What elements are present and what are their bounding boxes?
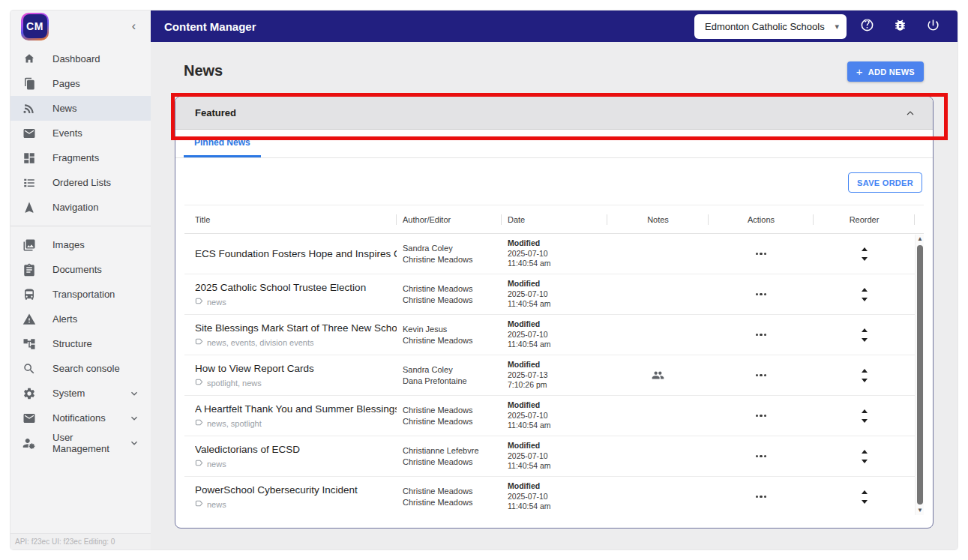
editor-name: Christine Meadows bbox=[403, 295, 502, 306]
sidebar-item-label: Transportation bbox=[52, 289, 115, 300]
tab-pinned-news[interactable]: Pinned News bbox=[184, 130, 261, 157]
row-actions-button[interactable] bbox=[751, 410, 772, 421]
news-title-link[interactable]: PowerSchool Cybersecurity Incident bbox=[195, 484, 397, 496]
table-toolbar: SAVE ORDER bbox=[175, 158, 933, 205]
tree-icon bbox=[22, 337, 36, 351]
news-tags: spotlight, news bbox=[195, 378, 397, 388]
tag-list: spotlight, news bbox=[207, 379, 262, 388]
tag-icon bbox=[195, 378, 203, 388]
featured-card: Featured Pinned News SAVE ORDER Title Au… bbox=[175, 96, 934, 529]
move-up-button[interactable] bbox=[856, 406, 874, 416]
app-window: CM ‹ DashboardPagesNewsEventsFragmentsOr… bbox=[10, 10, 958, 550]
sidebar-collapse-button[interactable]: ‹ bbox=[127, 18, 140, 34]
sidebar-item-navigation[interactable]: Navigation bbox=[10, 195, 151, 220]
sidebar-item-label: Dashboard bbox=[52, 53, 100, 64]
sidebar-item-fragments[interactable]: Fragments bbox=[10, 145, 151, 170]
sidebar-item-label: Fragments bbox=[52, 152, 99, 163]
arrow-up-icon bbox=[862, 450, 868, 454]
news-tags: news bbox=[195, 297, 397, 307]
save-order-button[interactable]: SAVE ORDER bbox=[848, 172, 922, 193]
sidebar-item-events[interactable]: Events bbox=[10, 121, 151, 145]
arrow-down-icon bbox=[862, 257, 868, 261]
sidebar-item-dashboard[interactable]: Dashboard bbox=[10, 46, 151, 71]
row-actions-button[interactable] bbox=[751, 451, 772, 462]
topbar: Content Manager Edmonton Catholic School… bbox=[151, 10, 958, 42]
sidebar-item-structure[interactable]: Structure bbox=[10, 331, 151, 356]
editor-name: Christine Meadows bbox=[403, 457, 502, 468]
group-icon bbox=[652, 369, 664, 382]
sidebar-item-user-management[interactable]: User Management bbox=[10, 430, 151, 455]
move-up-button[interactable] bbox=[856, 325, 874, 335]
add-news-button[interactable]: + ADD NEWS bbox=[847, 61, 924, 82]
news-title-link[interactable]: Valedictorians of ECSD bbox=[195, 444, 397, 455]
sidebar: CM ‹ DashboardPagesNewsEventsFragmentsOr… bbox=[10, 10, 151, 550]
move-up-button[interactable] bbox=[856, 447, 874, 457]
sidebar-item-documents[interactable]: Documents bbox=[10, 257, 151, 282]
move-down-button[interactable] bbox=[856, 497, 874, 507]
tag-list: news bbox=[207, 298, 226, 307]
news-title-link[interactable]: A Heartfelt Thank You and Summer Blessin… bbox=[195, 403, 397, 415]
table-row: Valedictorians of ECSDnewsChristianne Le… bbox=[184, 436, 924, 476]
author-name: Christine Meadows bbox=[403, 283, 502, 295]
row-actions-button[interactable] bbox=[751, 289, 772, 300]
sidebar-item-system[interactable]: System bbox=[10, 381, 151, 406]
row-actions-button[interactable] bbox=[751, 370, 772, 381]
modified-time: 11:40:54 am bbox=[508, 421, 607, 431]
scrollbar-up-arrow[interactable]: ▲ bbox=[916, 235, 925, 244]
column-header-reorder: Reorder bbox=[814, 214, 915, 226]
clipboard-icon bbox=[22, 263, 36, 277]
featured-accordion-header[interactable]: Featured bbox=[175, 97, 933, 130]
row-actions-button[interactable] bbox=[751, 491, 772, 502]
sidebar-item-search-console[interactable]: Search console bbox=[10, 356, 151, 381]
help-button[interactable] bbox=[854, 13, 880, 39]
sidebar-item-alerts[interactable]: Alerts bbox=[10, 307, 151, 331]
sidebar-item-pages[interactable]: Pages bbox=[10, 71, 151, 96]
sidebar-item-notifications[interactable]: Notifications bbox=[10, 406, 151, 430]
move-down-button[interactable] bbox=[856, 254, 874, 264]
sidebar-item-transportation[interactable]: Transportation bbox=[10, 282, 151, 307]
move-up-button[interactable] bbox=[856, 244, 874, 254]
row-actions-button[interactable] bbox=[751, 329, 772, 340]
scrollbar-thumb[interactable] bbox=[917, 245, 923, 505]
move-down-button[interactable] bbox=[856, 457, 874, 466]
news-tags: news, spotlight bbox=[195, 418, 397, 428]
move-down-button[interactable] bbox=[856, 295, 874, 304]
images-icon bbox=[22, 238, 36, 252]
sidebar-item-images[interactable]: Images bbox=[10, 232, 151, 257]
move-down-button[interactable] bbox=[856, 335, 874, 345]
row-actions-button[interactable] bbox=[751, 248, 772, 259]
column-header-date: Date bbox=[502, 214, 607, 226]
logout-button[interactable] bbox=[920, 13, 946, 39]
sidebar-item-news[interactable]: News bbox=[10, 96, 151, 121]
scrollbar-down-arrow[interactable]: ▼ bbox=[916, 506, 925, 515]
modified-time: 11:40:54 am bbox=[508, 259, 607, 269]
version-footer: API: f23ec UI: f23ec Editing: 0 bbox=[10, 533, 151, 550]
news-tags: news bbox=[195, 459, 397, 469]
news-title-link[interactable]: 2025 Catholic School Trustee Election bbox=[195, 282, 397, 293]
search-icon bbox=[22, 362, 36, 376]
power-icon bbox=[926, 18, 940, 34]
move-down-button[interactable] bbox=[856, 376, 874, 385]
school-selector-dropdown[interactable]: Edmonton Catholic Schools ▾ bbox=[694, 14, 847, 39]
chevron-down-icon bbox=[128, 412, 140, 424]
modified-label: Modified bbox=[508, 400, 607, 411]
sidebar-item-label: Notifications bbox=[52, 412, 106, 424]
move-down-button[interactable] bbox=[856, 416, 874, 426]
move-up-button[interactable] bbox=[856, 366, 874, 376]
table-row: 2025 Catholic School Trustee Electionnew… bbox=[184, 274, 924, 314]
tag-icon bbox=[195, 337, 203, 347]
news-title-link[interactable]: ECS Foundation Fosters Hope and Inspires… bbox=[195, 248, 397, 259]
news-title-link[interactable]: Site Blessings Mark Start of Three New S… bbox=[195, 322, 397, 334]
navigation-icon bbox=[22, 201, 36, 214]
tag-icon bbox=[195, 499, 203, 509]
sidebar-item-ordered-lists[interactable]: Ordered Lists bbox=[10, 170, 151, 195]
table-scrollbar[interactable]: ▲ ▼ bbox=[915, 235, 924, 515]
news-title-link[interactable]: How to View Report Cards bbox=[195, 363, 397, 374]
sidebar-item-label: Alerts bbox=[52, 313, 77, 325]
author-name: Christine Meadows bbox=[403, 486, 502, 497]
move-up-button[interactable] bbox=[856, 487, 874, 497]
modified-date: 2025-07-10 bbox=[508, 492, 607, 502]
app-title: Content Manager bbox=[164, 20, 256, 33]
bug-report-button[interactable] bbox=[887, 13, 913, 39]
move-up-button[interactable] bbox=[856, 285, 874, 295]
